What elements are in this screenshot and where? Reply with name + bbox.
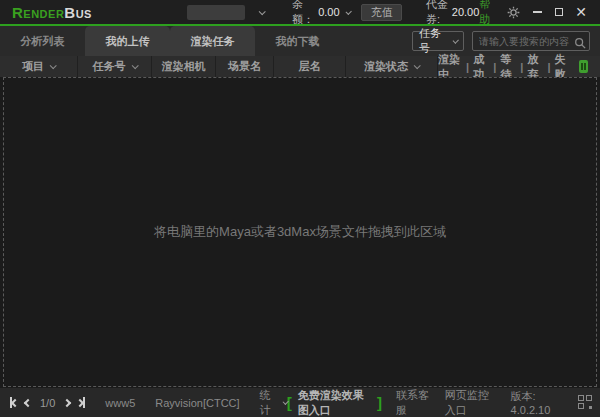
help-link[interactable]: 帮助 [479, 0, 497, 27]
chevron-down-icon [414, 62, 421, 69]
column-render-camera: 渲染相机 [152, 56, 216, 77]
minimize-button[interactable] [526, 2, 548, 22]
voucher-value: 20.00 [452, 6, 480, 18]
minimize-icon [533, 11, 542, 13]
window-controls: ✕ [526, 2, 592, 22]
chevron-down-icon [259, 8, 266, 15]
web-monitor-link[interactable]: 网页监控入口 [445, 388, 497, 417]
filter-divider: | [466, 61, 469, 73]
chevron-down-icon [452, 37, 459, 44]
column-layer-name-label: 层名 [299, 59, 321, 74]
chart-view-icon[interactable] [579, 60, 588, 73]
stats-label: 统计 [260, 388, 277, 417]
search-area: 任务号 [412, 31, 600, 52]
status-bar-right: [ 免费渲染效果图入口 ] 联系客服 网页监控入口 版本: 4.0.2.10 [287, 388, 592, 417]
filter-divider: | [547, 61, 550, 73]
chevron-down-icon [131, 62, 138, 69]
search-icon[interactable] [574, 35, 586, 53]
column-scene-name: 场景名 [216, 56, 274, 77]
voucher-group: 代金券: 20.00 [426, 0, 479, 27]
filter-divider: | [520, 61, 523, 73]
cluster-name[interactable]: Rayvision[CTCC] [155, 397, 239, 409]
balance-dropdown[interactable]: 余额： 0.00 [292, 0, 349, 27]
column-project-label: 项目 [22, 59, 44, 74]
column-render-status-label: 渲染状态 [364, 59, 408, 74]
title-bar: RenderBus 余额： 0.00 充值 代金券: 20.00 帮助 ✕ [0, 0, 600, 24]
version-info: 版本: 4.0.2.10 [511, 389, 564, 416]
account-dropdown[interactable] [187, 5, 264, 20]
column-layer-name: 层名 [274, 56, 346, 77]
stats-dropdown[interactable]: 统计 [260, 388, 287, 417]
contact-support-link[interactable]: 联系客服 [396, 388, 431, 417]
search-field-dropdown[interactable]: 任务号 [412, 31, 464, 51]
column-scene-name-label: 场景名 [228, 59, 261, 74]
tab-analysis-list[interactable]: 分析列表 [0, 26, 85, 56]
previous-page-button[interactable] [25, 397, 31, 409]
drop-zone-hint: 将电脑里的Maya或者3dMax场景文件拖拽到此区域 [154, 223, 446, 241]
tab-my-uploads[interactable]: 我的上传 [85, 26, 170, 56]
table-header: 项目 任务号 渲染相机 场景名 层名 渲染状态 渲染中 | 成功 | 等待 | … [0, 56, 600, 77]
search-box [472, 31, 590, 52]
close-button[interactable]: ✕ [570, 2, 592, 22]
balance-label: 余额： [292, 0, 315, 27]
column-project[interactable]: 项目 [0, 56, 78, 77]
chevron-down-icon [345, 8, 351, 14]
server-name[interactable]: www5 [105, 397, 135, 409]
version-value: 4.0.2.10 [511, 404, 551, 416]
tab-my-downloads[interactable]: 我的下载 [255, 26, 340, 56]
column-render-status[interactable]: 渲染状态 [346, 56, 438, 77]
tab-render-tasks[interactable]: 渲染任务 [170, 26, 255, 56]
status-bar: 1/0 www5 Rayvision[CTCC] 统计 [ 免费渲染效果图入口 … [0, 388, 600, 417]
chevron-down-icon [50, 62, 57, 69]
column-render-camera-label: 渲染相机 [162, 59, 206, 74]
settings-gear-icon[interactable] [507, 6, 520, 19]
voucher-label: 代金券: [426, 0, 449, 27]
free-render-label: 免费渲染效果图入口 [298, 388, 371, 417]
file-drop-zone[interactable]: 将电脑里的Maya或者3dMax场景文件拖拽到此区域 [3, 77, 597, 387]
maximize-icon [555, 8, 563, 16]
version-label: 版本: [511, 390, 536, 402]
app-logo: RenderBus [12, 4, 92, 21]
renderbus-window: RenderBus 余额： 0.00 充值 代金券: 20.00 帮助 ✕ [0, 0, 600, 417]
recharge-button[interactable]: 充值 [361, 4, 402, 21]
column-task-id-label: 任务号 [93, 59, 126, 74]
column-task-id[interactable]: 任务号 [78, 56, 152, 77]
free-render-entry-link[interactable]: [ 免费渲染效果图入口 ] [287, 388, 382, 417]
bracket-right: ] [377, 394, 382, 411]
first-page-button[interactable] [10, 397, 18, 409]
close-icon: ✕ [575, 5, 587, 19]
page-indicator: 1/0 [40, 397, 55, 409]
logo-bus: Bus [64, 4, 92, 21]
maximize-button[interactable] [548, 2, 570, 22]
account-name-redacted [187, 5, 245, 20]
pagination: 1/0 [10, 397, 85, 409]
filter-divider: | [493, 61, 496, 73]
tab-list: 分析列表 我的上传 渲染任务 我的下载 [0, 26, 340, 56]
balance-value: 0.00 [318, 6, 339, 18]
search-input[interactable] [472, 31, 590, 51]
last-page-button[interactable] [77, 397, 85, 409]
logo-render: Render [12, 4, 64, 21]
qr-code-icon[interactable] [578, 395, 592, 410]
next-page-button[interactable] [64, 397, 70, 409]
